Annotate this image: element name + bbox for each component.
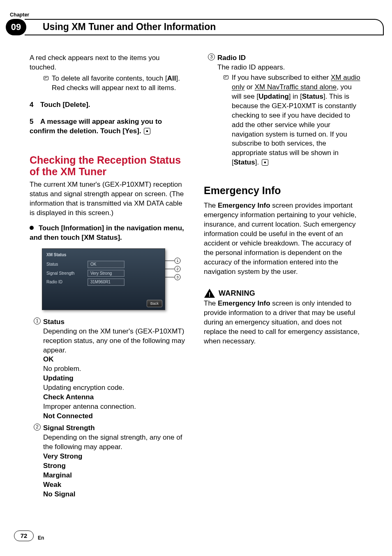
- screenshot-frame: XM Status Status OK Signal Strength Very…: [42, 248, 165, 310]
- page-number: 72: [14, 531, 34, 541]
- screenshot-row-signal: Signal Strength Very Strong: [45, 269, 162, 278]
- signal-val: Strong: [43, 461, 188, 471]
- status-not-connected-title: Not Connected: [43, 412, 188, 421]
- title-container: Using XM Tuner and Other Information: [25, 19, 384, 35]
- step-number: 4: [30, 100, 40, 110]
- action-text: Touch [Information] in the navigation me…: [30, 224, 184, 241]
- callout-2-signal: 2 Signal Strength Depending on the signa…: [34, 424, 188, 499]
- callout-desc: Depending on the signal strength, any on…: [43, 433, 188, 452]
- text-bold: Status: [302, 93, 323, 100]
- status-ok-desc: No problem.: [43, 364, 188, 374]
- warning-header: ! WARNING: [204, 288, 362, 298]
- header-bar: 09 Using XM Tuner and Other Information: [0, 19, 392, 35]
- section-heading-reception: Checking the Reception Status of the XM …: [30, 154, 188, 178]
- callout-title: Signal Strength: [43, 424, 188, 433]
- status-check-antenna-title: Check Antenna: [43, 393, 188, 402]
- text-fragment: screen provides important emergency info…: [204, 202, 356, 276]
- status-ok-title: OK: [43, 355, 188, 364]
- callout-desc: Depending on the XM tuner's (GEX-P10XMT)…: [43, 327, 188, 355]
- callout-1-status: 1 Status Depending on the XM tuner's (GE…: [34, 317, 188, 421]
- status-updating-title: Updating: [43, 374, 188, 383]
- status-check-antenna-desc: Improper antenna connection.: [43, 402, 188, 412]
- end-section-icon: [262, 159, 268, 166]
- page-language: En: [38, 535, 44, 541]
- circled-2-icon: 2: [34, 424, 41, 431]
- chapter-label: Chapter: [10, 12, 29, 19]
- text-bold: Status: [234, 158, 255, 166]
- step-number: 5: [30, 117, 40, 127]
- chapter-number-pill: 09: [6, 19, 26, 35]
- svg-text:!: !: [209, 291, 211, 298]
- end-section-icon: [144, 128, 150, 134]
- row-value: OK: [88, 261, 125, 268]
- step-text: Touch [Delete].: [40, 101, 90, 109]
- callout-title: Radio ID: [217, 53, 362, 63]
- callout-title: Status: [43, 317, 188, 327]
- section-heading-emergency: Emergency Info: [204, 184, 362, 198]
- callout-3-radioid: 3 Radio ID The radio ID appears.: [208, 53, 362, 72]
- action-step: Touch [Information] in the navigation me…: [30, 224, 188, 243]
- svg-text:3: 3: [176, 275, 178, 279]
- callout-desc: The radio ID appears.: [217, 63, 362, 72]
- hollow-bullet-icon: [224, 75, 228, 79]
- bullet-text: To delete all favorite contents, touch […: [52, 74, 188, 93]
- signal-val: Weak: [43, 480, 188, 490]
- text-fragment: ].: [255, 158, 259, 166]
- row-label: Signal Strength: [46, 271, 88, 276]
- text-bold: Updating: [258, 93, 289, 100]
- svg-text:2: 2: [176, 267, 178, 271]
- text-fragment: To delete all favorite contents, touch [: [52, 74, 167, 82]
- row-value: 31M960R1: [88, 278, 125, 286]
- callout-lines: 1 2 3: [165, 248, 181, 318]
- text-fragment: ]. This is because the GEX-P10XMT is con…: [232, 93, 356, 167]
- svg-text:1: 1: [176, 259, 178, 263]
- row-label: Radio ID: [46, 279, 88, 285]
- bullet-text: If you have subscribed to either XM audi…: [232, 73, 362, 167]
- text-fragment: ] in [: [289, 93, 302, 100]
- warning-text: The Emergency Info screen is only intend…: [204, 299, 362, 346]
- intro-text: A red check appears next to the items yo…: [30, 53, 188, 72]
- right-column: 3 Radio ID The radio ID appears. If you …: [204, 53, 362, 519]
- warning-triangle-icon: !: [204, 288, 215, 298]
- signal-val: Very Strong: [43, 452, 188, 461]
- screenshot-row-radioid: Radio ID 31M960R1: [45, 278, 162, 287]
- screenshot-row-status: Status OK: [45, 260, 162, 269]
- bullet-dot-icon: [30, 226, 34, 230]
- text-bold: Emergency Info: [218, 202, 270, 209]
- text-fragment: The: [204, 202, 218, 209]
- section-desc: The current XM tuner's (GEX-P10XMT) rece…: [30, 180, 188, 218]
- row-value: Very Strong: [88, 270, 125, 277]
- text-fragment: The: [204, 299, 218, 307]
- text-bold-all: All: [167, 74, 176, 82]
- left-column: A red check appears next to the items yo…: [30, 53, 188, 519]
- screenshot-title: XM Status: [45, 251, 162, 260]
- page-title: Using XM Tuner and Other Information: [34, 21, 216, 33]
- step-4: 4Touch [Delete].: [30, 100, 188, 110]
- status-updating-desc: Updating encryption code.: [43, 383, 188, 393]
- warning-title: WARNING: [219, 288, 255, 298]
- step-text: A message will appear asking you to conf…: [30, 118, 162, 135]
- text-fragment: or: [244, 83, 255, 91]
- bullet-delete-all: To delete all favorite contents, touch […: [44, 74, 188, 93]
- xm-status-screenshot: XM Status Status OK Signal Strength Very…: [42, 248, 178, 310]
- circled-1-icon: 1: [34, 317, 41, 324]
- emergency-desc: The Emergency Info screen provides impor…: [204, 201, 362, 277]
- text-bold: Emergency Info: [218, 299, 270, 307]
- hollow-bullet-icon: [44, 76, 48, 80]
- signal-val: Marginal: [43, 471, 188, 480]
- row-label: Status: [46, 262, 88, 267]
- bullet-radioid-note: If you have subscribed to either XM audi…: [224, 73, 362, 167]
- circled-3-icon: 3: [208, 53, 215, 60]
- back-button[interactable]: Back: [147, 300, 162, 307]
- text-fragment: If you have subscribed to either: [232, 74, 331, 81]
- signal-val: No Signal: [43, 490, 188, 499]
- text-underline: XM NavTraffic stand alone: [255, 83, 337, 91]
- step-5: 5A message will appear asking you to con…: [30, 117, 188, 136]
